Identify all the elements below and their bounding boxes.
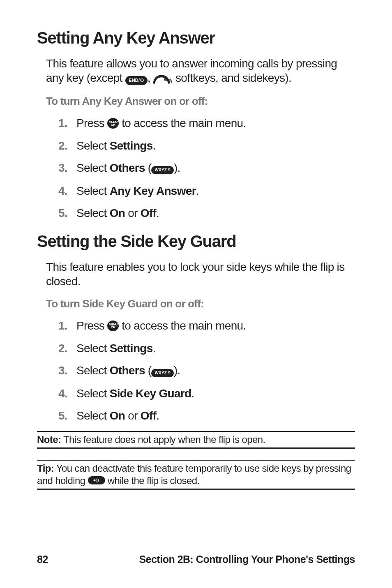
- step-item: 4. Select Side Key Guard.: [58, 386, 355, 401]
- step-number: 3.: [58, 363, 76, 378]
- step-text: Select: [76, 207, 110, 219]
- svg-point-2: [93, 480, 95, 482]
- step-item: 3. Select Others (WXYZ 9).: [58, 161, 355, 176]
- step-number: 2.: [58, 341, 76, 356]
- step-bold: Off: [141, 207, 156, 219]
- step-bold: Others: [110, 364, 145, 377]
- step-text: .: [153, 139, 156, 152]
- step-bold: Settings: [110, 139, 153, 152]
- step-bold: Settings: [110, 342, 153, 355]
- step-item: 1. Press MENU OK to access the main menu…: [58, 318, 355, 333]
- menu-ok-key-icon: MENU OK: [107, 321, 119, 331]
- step-text: or: [125, 207, 141, 219]
- step-text: or: [125, 409, 141, 422]
- step-bold: On: [110, 207, 125, 219]
- step-text: .: [156, 409, 159, 422]
- step-text: Press: [76, 319, 107, 332]
- step-number: 4.: [58, 386, 76, 401]
- subhead-side-key-guard: To turn Side Key Guard on or off:: [46, 297, 355, 310]
- wxyz9-key-label: WXYZ 9: [151, 369, 173, 377]
- step-text: .: [156, 207, 159, 219]
- step-bold: Side Key Guard: [110, 387, 191, 400]
- wxyz9-key-icon: WXYZ 9: [151, 363, 173, 378]
- end-key-label: END/: [129, 78, 140, 83]
- tip-callout: Tip: You can deactivate this feature tem…: [37, 460, 355, 490]
- heading-any-key-answer: Setting Any Key Answer: [37, 29, 355, 47]
- subhead-any-key-answer: To turn Any Key Answer on or off:: [46, 95, 355, 108]
- step-text: ).: [174, 161, 180, 174]
- tip-label: Tip:: [37, 463, 54, 474]
- step-text: ).: [174, 364, 180, 377]
- step-text: (: [145, 364, 152, 377]
- wxyz9-key-icon: WXYZ 9: [151, 160, 173, 175]
- step-text: .: [153, 342, 156, 355]
- step-bold: Any Key Answer: [110, 184, 196, 197]
- step-bold: Off: [141, 409, 156, 422]
- step-bold: On: [110, 409, 125, 422]
- intro-side-key-guard: This feature enables you to lock your si…: [46, 260, 355, 288]
- step-text: Select: [76, 161, 110, 174]
- step-number: 2.: [58, 138, 76, 153]
- back-key-label: Back: [164, 78, 171, 82]
- step-text: Select: [76, 184, 110, 197]
- step-number: 5.: [58, 206, 76, 221]
- speaker-key-icon: [88, 476, 105, 484]
- intro-any-key-answer: This feature allows you to answer incomi…: [46, 56, 355, 86]
- menu-label-bot: OK: [111, 123, 115, 126]
- step-item: 4. Select Any Key Answer.: [58, 184, 355, 198]
- step-text: to access the main menu.: [122, 319, 246, 332]
- wxyz9-key-label: WXYZ 9: [151, 166, 173, 174]
- menu-ok-key-icon: MENU OK: [107, 118, 119, 129]
- step-text: to access the main menu.: [122, 117, 246, 129]
- step-number: 5.: [58, 408, 76, 423]
- step-number: 3.: [58, 161, 76, 175]
- step-text: .: [191, 387, 194, 400]
- back-key-icon: Back: [153, 73, 170, 83]
- step-number: 1.: [58, 116, 76, 131]
- step-number: 4.: [58, 184, 76, 198]
- step-number: 1.: [58, 318, 76, 333]
- heading-side-key-guard: Setting the Side Key Guard: [37, 232, 355, 251]
- step-text: Press: [76, 117, 107, 129]
- step-text: (: [145, 161, 152, 174]
- step-text: .: [196, 184, 199, 197]
- step-bold: Others: [110, 161, 145, 174]
- note-callout: Note: This feature does not apply when t…: [37, 431, 355, 449]
- step-item: 5. Select On or Off.: [58, 408, 355, 423]
- steps-side-key-guard: 1. Press MENU OK to access the main menu…: [58, 318, 355, 423]
- step-text: Select: [76, 387, 110, 400]
- step-item: 3. Select Others (WXYZ 9).: [58, 363, 355, 379]
- page-footer: 82 Section 2B: Controlling Your Phone's …: [37, 553, 355, 565]
- step-text: Select: [76, 364, 110, 377]
- steps-any-key-answer: 1. Press MENU OK to access the main menu…: [58, 116, 355, 221]
- step-item: 1. Press MENU OK to access the main menu…: [58, 116, 355, 131]
- note-text: This feature does not apply when the fli…: [61, 434, 265, 445]
- page-number: 82: [37, 553, 48, 565]
- step-text: Select: [76, 342, 110, 355]
- note-label: Note:: [37, 434, 61, 445]
- step-item: 2. Select Settings.: [58, 341, 355, 356]
- intro-text-mid1: ,: [148, 71, 153, 84]
- section-label: Section 2B: Controlling Your Phone's Set…: [139, 553, 355, 565]
- end-key-icon: END/: [125, 71, 148, 85]
- tip-text-post: while the flip is closed.: [105, 475, 200, 486]
- menu-label-bot: OK: [111, 326, 115, 329]
- intro-text-mid2: , softkeys, and sidekeys).: [170, 71, 291, 84]
- step-item: 5. Select On or Off.: [58, 206, 355, 221]
- step-text: Select: [76, 139, 110, 152]
- step-item: 2. Select Settings.: [58, 138, 355, 153]
- step-text: Select: [76, 409, 110, 422]
